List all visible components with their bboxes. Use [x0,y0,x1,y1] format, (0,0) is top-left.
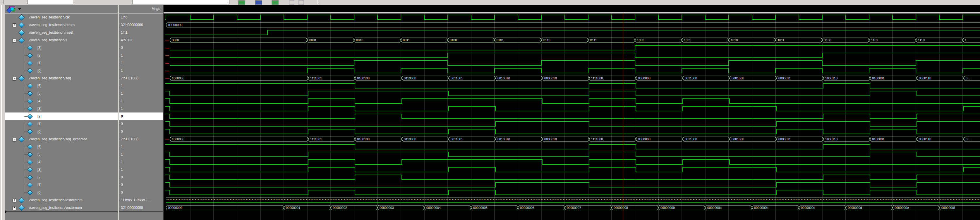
expander-icon[interactable]: + [13,199,16,202]
signal-diamond-icon [18,197,25,203]
signal-diamond-icon [27,167,32,172]
svg-text:0100001: 0100001 [872,77,885,80]
svg-text:0010: 0010 [356,38,363,42]
signal-row-0[interactable]: /seven_seg_testbench/clk [5,13,118,21]
signal-row-23[interactable]: [0] [5,189,118,196]
signal-value-row-24[interactable]: 11'hxxx 11'hxxx 1... [119,196,163,204]
signal-value-row-6[interactable]: 1 [119,59,163,67]
signal-row-9[interactable]: [6] [5,82,118,90]
signal-row-1[interactable]: + /seven_seg_testbench/errors [5,21,118,29]
svg-text:1111000: 1111000 [591,137,603,141]
signal-value-row-16[interactable]: 7'b1111000 [119,136,163,143]
signal-value-row-19[interactable]: 1 [119,158,163,166]
blue-grid-icon[interactable] [255,0,262,5]
signal-diamond-icon [27,129,32,134]
toolbar-grip[interactable] [2,0,3,4]
signal-value-row-23[interactable]: 0 [119,189,163,196]
signal-row-2[interactable]: /seven_seg_testbench/reset [5,29,118,36]
signal-value-row-4[interactable]: 0 [119,44,163,51]
signal-value-row-5[interactable]: 1 [119,51,163,59]
signal-value-row-2[interactable]: 1'h1 [119,29,163,36]
signal-value-row-12[interactable]: 1 [119,105,163,113]
signal-value-row-18[interactable]: 1 [119,151,163,158]
waveform-canvas[interactable]: 0000000000000001001000110100010101100111… [164,13,980,220]
expander-icon[interactable]: - [13,77,16,81]
signal-value-row-11[interactable]: 1 [119,97,163,105]
signal-row-10[interactable]: [5] [5,90,118,97]
signal-value-label: 1 [121,67,123,74]
svg-text:1000: 1000 [637,38,644,42]
signal-row-6[interactable]: [1] [5,59,118,67]
signal-row-17[interactable]: [6] [5,143,118,151]
signal-row-3[interactable]: - /seven_seg_testbench/s [5,36,118,44]
signal-name-label: [0] [37,189,41,196]
signal-row-16[interactable]: - /seven_seg_testbench/seg_expected [5,136,118,143]
signal-row-14[interactable]: [1] [5,120,118,128]
svg-text:00000002: 00000002 [333,206,347,209]
expander-icon[interactable]: + [13,24,16,27]
expander-icon[interactable]: - [13,39,16,43]
signal-value-label: 7'b1111000 [121,74,138,82]
toolbar [0,0,980,5]
signal-value-row-20[interactable]: 1 [119,166,163,174]
svg-text:0000000f: 0000000f [941,206,955,209]
signal-diamond-icon [18,37,25,43]
signal-row-24[interactable]: + /seven_seg_testbench/testvectors [5,196,118,204]
signal-value-row-17[interactable]: 1 [119,143,163,151]
signal-value-row-25[interactable]: 32'h00000008 [119,204,163,212]
signal-value-row-13[interactable]: 0 [119,113,163,120]
signal-row-25[interactable]: + /seven_seg_testbench/vectornum [5,204,118,212]
signal-value-row-1[interactable]: 32'h00000000 [119,21,163,29]
signal-value-row-21[interactable]: 0 [119,174,163,181]
wave-row-seg[2] [165,114,980,119]
signal-value-row-15[interactable]: 0 [119,128,163,136]
svg-text:0000010: 0000010 [544,77,557,80]
zoom-tool-icon[interactable] [299,0,304,5]
signal-row-13[interactable]: [2] [5,113,118,120]
signal-value-row-9[interactable]: 1 [119,82,163,90]
svg-text:0001000: 0001000 [732,77,744,80]
expander-icon[interactable]: - [13,138,16,142]
signal-value-row-10[interactable]: 1 [119,90,163,97]
svg-text:0000110: 0000110 [919,77,931,80]
signal-row-22[interactable]: [1] [5,181,118,189]
signal-value-row-7[interactable]: 1 [119,67,163,74]
group-icon-cyan-circle [10,7,14,11]
signal-value-row-22[interactable]: 0 [119,181,163,189]
names-header [5,5,118,13]
toolbar-field-2[interactable] [132,0,229,5]
signal-value-row-8[interactable]: 7'b1111000 [119,74,163,82]
left-gutter [0,5,5,220]
signal-row-8[interactable]: - /seven_seg_testbench/seg [5,74,118,82]
signal-name-label: [3] [37,105,41,113]
cursor-tool-icon[interactable] [289,0,294,5]
green-grid-icon[interactable] [272,0,278,5]
signal-value-row-3[interactable]: 4'b0111 [119,36,163,44]
dropdown-arrow-icon[interactable] [18,8,21,10]
signal-group-icon[interactable] [7,6,17,13]
signal-value-label: 11'hxxx 11'hxxx 1... [121,196,151,204]
svg-text:0000000: 0000000 [638,77,651,80]
signal-row-7[interactable]: [0] [5,67,118,74]
wave-row-seg_expected[3] [165,167,980,172]
signal-row-19[interactable]: [4] [5,158,118,166]
signal-row-18[interactable]: [5] [5,151,118,158]
signal-row-12[interactable]: [3] [5,105,118,113]
signal-value-row-0[interactable]: 1'h0 [119,13,163,21]
signal-name-label: /seven_seg_testbench/clk [29,13,70,21]
green-list-icon[interactable] [238,0,245,5]
wave-row-s[2] [165,53,980,58]
signal-row-4[interactable]: [3] [5,44,118,51]
signal-row-21[interactable]: [2] [5,174,118,181]
signal-row-20[interactable]: [3] [5,166,118,174]
signal-row-15[interactable]: [0] [5,128,118,136]
signal-diamond-icon [27,53,32,58]
expander-icon[interactable]: + [13,206,16,210]
signal-diamond-icon [27,144,32,150]
svg-text:00000001: 00000001 [286,206,300,209]
toolbar-field-1[interactable] [27,0,73,5]
signal-value-row-14[interactable]: 0 [119,120,163,128]
signal-row-5[interactable]: [2] [5,51,118,59]
signal-row-11[interactable]: [4] [5,97,118,105]
signal-name-list: /seven_seg_testbench/clk + /seven_seg_te… [5,13,118,212]
